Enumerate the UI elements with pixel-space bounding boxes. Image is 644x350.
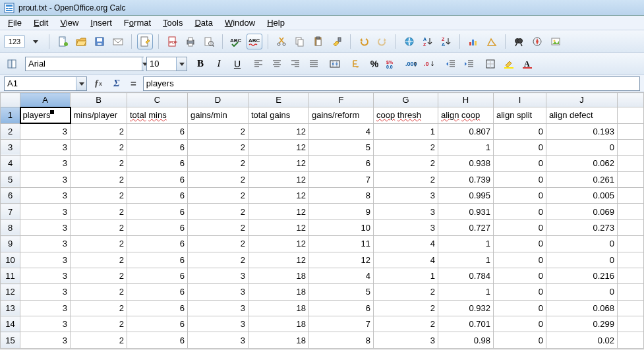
- italic-button[interactable]: I: [211, 56, 227, 72]
- cell-E12[interactable]: 18: [249, 284, 309, 300]
- cell-H9[interactable]: 1: [438, 236, 494, 252]
- col-header-E[interactable]: E: [249, 93, 309, 107]
- cell-J5[interactable]: 0.261: [546, 171, 618, 187]
- menu-help[interactable]: Help: [262, 16, 290, 29]
- row-header-6[interactable]: 6: [1, 188, 20, 204]
- cell-extra-15[interactable]: [618, 332, 644, 349]
- find-button[interactable]: [511, 34, 527, 49]
- cell-extra-12[interactable]: [618, 284, 644, 300]
- email-button[interactable]: [110, 34, 126, 49]
- cell-extra-7[interactable]: [618, 204, 644, 219]
- align-center-button[interactable]: [269, 56, 285, 72]
- cell-B10[interactable]: 2: [71, 252, 127, 268]
- decrease-indent-button[interactable]: [443, 56, 459, 72]
- cell-C1[interactable]: total mins: [127, 107, 188, 123]
- cell-G4[interactable]: 2: [374, 156, 438, 171]
- cell-F9[interactable]: 11: [309, 236, 374, 252]
- font-name-input[interactable]: [26, 57, 142, 71]
- number-format-button[interactable]: $%0.0: [385, 56, 401, 72]
- cell-extra-8[interactable]: [618, 219, 644, 235]
- cell-G13[interactable]: 2: [374, 300, 438, 316]
- cell-extra-14[interactable]: [618, 316, 644, 332]
- sort-desc-button[interactable]: ZA: [438, 34, 454, 49]
- cell-C6[interactable]: 6: [127, 188, 188, 204]
- redo-button[interactable]: [374, 34, 390, 49]
- spellcheck-button[interactable]: ABC: [228, 34, 244, 49]
- menu-data[interactable]: Data: [189, 16, 218, 29]
- cell-J1[interactable]: align defect: [546, 107, 618, 123]
- chart-button[interactable]: [465, 34, 481, 49]
- navigator-button[interactable]: [529, 34, 545, 49]
- menu-tools[interactable]: Tools: [158, 16, 188, 29]
- cell-F15[interactable]: 8: [309, 332, 374, 349]
- print-button[interactable]: [183, 34, 198, 49]
- spreadsheet-area[interactable]: ABCDEFGHIJ1playersmins/playertotal minsg…: [0, 92, 644, 349]
- cell-A14[interactable]: 3: [20, 316, 71, 332]
- cell-C15[interactable]: 6: [127, 332, 188, 349]
- show-drawing-button[interactable]: [484, 34, 500, 49]
- cell-B8[interactable]: 2: [71, 219, 127, 235]
- menu-window[interactable]: Window: [220, 16, 260, 29]
- cell-G10[interactable]: 4: [374, 252, 438, 268]
- cell-extra-9[interactable]: [618, 236, 644, 252]
- cell-D8[interactable]: 2: [188, 219, 249, 235]
- align-right-button[interactable]: [287, 56, 303, 72]
- cell-F6[interactable]: 8: [309, 188, 374, 204]
- cell-H3[interactable]: 1: [438, 139, 494, 155]
- cell-G5[interactable]: 2: [374, 171, 438, 187]
- cell-A4[interactable]: 3: [20, 156, 71, 171]
- cell-J13[interactable]: 0.068: [546, 300, 618, 316]
- cell-B1[interactable]: mins/player: [71, 107, 127, 123]
- col-header-H[interactable]: H: [438, 93, 494, 107]
- cell-I13[interactable]: 0: [494, 300, 546, 316]
- cell-F10[interactable]: 12: [309, 252, 374, 268]
- cell-H12[interactable]: 1: [438, 284, 494, 300]
- cell-I4[interactable]: 0: [494, 156, 546, 171]
- cell-F7[interactable]: 9: [309, 204, 374, 219]
- styles-button[interactable]: [4, 56, 20, 72]
- cell-I8[interactable]: 0: [494, 219, 546, 235]
- row-header-8[interactable]: 8: [1, 219, 20, 235]
- cell-A5[interactable]: 3: [20, 171, 71, 187]
- cell-F3[interactable]: 5: [309, 139, 374, 155]
- cell-D15[interactable]: 3: [188, 332, 249, 349]
- cell-B14[interactable]: 2: [71, 316, 127, 332]
- cell-J11[interactable]: 0.216: [546, 268, 618, 283]
- cell-extra-13[interactable]: [618, 300, 644, 316]
- row-header-10[interactable]: 10: [1, 252, 20, 268]
- cell-C11[interactable]: 6: [127, 268, 188, 283]
- font-size-combo[interactable]: [146, 57, 187, 71]
- cell-J12[interactable]: 0: [546, 284, 618, 300]
- menu-view[interactable]: View: [55, 16, 84, 29]
- cell-E11[interactable]: 18: [249, 268, 309, 283]
- row-header-14[interactable]: 14: [1, 316, 20, 332]
- open-button[interactable]: [73, 34, 89, 49]
- merge-cells-button[interactable]: [327, 56, 343, 72]
- cell-H10[interactable]: 1: [438, 252, 494, 268]
- cell-B7[interactable]: 2: [71, 204, 127, 219]
- cell-D13[interactable]: 3: [188, 300, 249, 316]
- cell-I2[interactable]: 0: [494, 123, 546, 139]
- cell-I12[interactable]: 0: [494, 284, 546, 300]
- row-header-15[interactable]: 15: [1, 332, 20, 349]
- cell-H4[interactable]: 0.938: [438, 156, 494, 171]
- cell-H11[interactable]: 0.784: [438, 268, 494, 283]
- cell-E9[interactable]: 12: [249, 236, 309, 252]
- cell-C3[interactable]: 6: [127, 139, 188, 155]
- col-header-I[interactable]: I: [494, 93, 546, 107]
- col-header-J[interactable]: J: [546, 93, 618, 107]
- cell-H8[interactable]: 0.727: [438, 219, 494, 235]
- edit-doc-button[interactable]: [137, 34, 153, 49]
- cell-J7[interactable]: 0.069: [546, 204, 618, 219]
- cell-C9[interactable]: 6: [127, 236, 188, 252]
- cell-I9[interactable]: 0: [494, 236, 546, 252]
- cell-E6[interactable]: 12: [249, 188, 309, 204]
- cell-B2[interactable]: 2: [71, 123, 127, 139]
- sum-button[interactable]: Σ: [109, 76, 124, 91]
- cell-E14[interactable]: 18: [249, 316, 309, 332]
- undo-button[interactable]: [356, 34, 372, 49]
- new-doc-button[interactable]: [55, 34, 71, 49]
- cell-I15[interactable]: 0: [494, 332, 546, 349]
- cell-extra-4[interactable]: [618, 156, 644, 171]
- cell-G15[interactable]: 3: [374, 332, 438, 349]
